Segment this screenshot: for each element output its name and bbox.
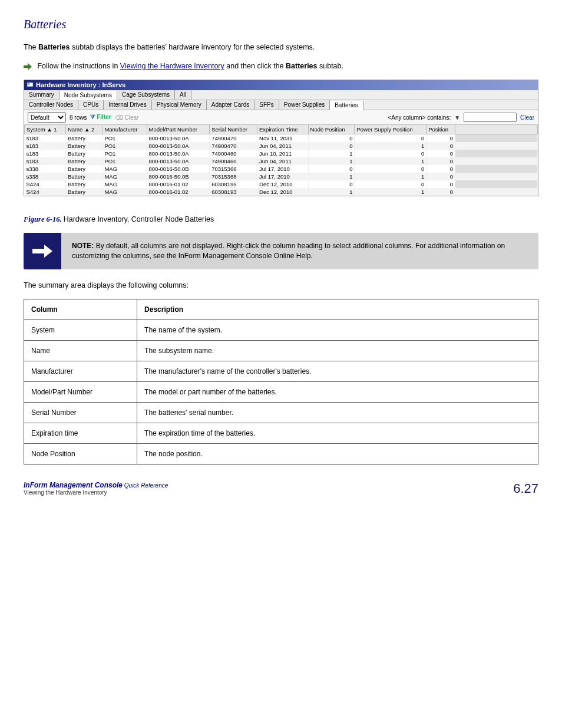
table-cell: 1 [355, 173, 427, 180]
subtab-physical-memory[interactable]: Physical Memory [152, 100, 207, 110]
table-row[interactable]: s183BatteryPO1800-0013-50.0A74900470Jun … [25, 142, 538, 150]
table-cell: S424 [25, 180, 66, 188]
table-cell: Jun 04, 2011 [257, 142, 309, 150]
table-row[interactable]: S424BatteryMAG800-0016-01.0260308195Dec … [25, 180, 538, 188]
subtab-adapter-cards[interactable]: Adapter Cards [207, 100, 254, 110]
table-cell: Battery [65, 134, 102, 143]
table-cell: 0 [427, 165, 455, 173]
figure-caption-text: Hardware Inventory, Controller Node Batt… [64, 215, 214, 223]
table-cell: 0 [308, 142, 355, 150]
grid-header[interactable]: Expiration Time [257, 125, 309, 134]
footer-book-title: InForm Management Console [24, 481, 123, 489]
table-cell: 800-0016-50.0B [147, 173, 210, 180]
intro-paragraph: The Batteries subtab displays the batter… [24, 42, 538, 52]
panel-title-bar: Hardware Inventory : InServs [24, 80, 538, 90]
column-description-row: Expiration timeThe expiration time of th… [24, 423, 538, 444]
table-row[interactable]: s183BatteryPO1800-0013-50.0A74900470Nov … [25, 134, 538, 143]
table-cell: 0 [308, 134, 355, 143]
column-desc-cell: The node position. [137, 444, 538, 465]
table-cell: 70315366 [210, 165, 257, 173]
table-cell: 1 [308, 157, 355, 165]
note-body: By default, all columns are not displaye… [72, 242, 505, 260]
table-cell: 1 [308, 173, 355, 180]
table-cell: s338 [25, 173, 66, 180]
table-cell: PO1 [103, 157, 147, 165]
grid-header[interactable]: Position [427, 125, 455, 134]
grid-header[interactable]: Name ▲ 2 [65, 125, 102, 134]
grid-header[interactable] [455, 125, 538, 134]
bullet-text-b: and then click the [224, 62, 286, 70]
table-row[interactable]: s338BatteryMAG800-0016-50.0B70315366Jul … [25, 165, 538, 173]
table-cell: MAG [103, 165, 147, 173]
filter-input[interactable] [464, 113, 517, 122]
table-row[interactable]: s338BatteryMAG800-0016-50.0B70315368Jul … [25, 173, 538, 180]
note-label: NOTE: [72, 242, 94, 250]
sub-tab-row: Controller NodesCPUsInternal DrivesPhysi… [24, 100, 538, 110]
subtab-sfps[interactable]: SFPs [254, 100, 279, 110]
link-viewing-hardware-inventory[interactable]: Viewing the Hardware Inventory [120, 62, 224, 70]
table-cell: Jun 10, 2011 [257, 150, 309, 157]
subtab-cpus[interactable]: CPUs [78, 100, 104, 110]
panel-title-label: Hardware Inventory : InServs [36, 81, 125, 88]
grid-header[interactable]: Manufacturer [103, 125, 147, 134]
column-name-cell: Name [24, 341, 137, 361]
grid-header[interactable]: Node Position [308, 125, 355, 134]
subtab-batteries[interactable]: Batteries [330, 101, 363, 110]
tab-all[interactable]: All [175, 90, 191, 100]
table-cell: PO1 [103, 142, 147, 150]
table-cell: 800-0013-50.0A [147, 157, 210, 165]
table-cell: 1 [355, 157, 427, 165]
clear-link[interactable]: Clear [520, 114, 534, 121]
table-cell [455, 150, 538, 157]
grid-header[interactable]: Model/Part Number [147, 125, 210, 134]
table-row[interactable]: s183BatteryPO1800-0013-50.0A74900460Jun … [25, 157, 538, 165]
rows-count-label: 8 rows [70, 114, 87, 121]
filter-button[interactable]: ⧩ Filter [90, 114, 111, 121]
subtab-controller-nodes[interactable]: Controller Nodes [24, 100, 78, 110]
batteries-table: System ▲ 1Name ▲ 2ManufacturerModel/Part… [24, 124, 538, 196]
intro-text-b: subtab displays the batteries' hardware … [70, 43, 315, 51]
table-cell: 0 [308, 180, 355, 188]
subtab-internal-drives[interactable]: Internal Drives [104, 100, 151, 110]
table-row[interactable]: S424BatteryMAG800-0016-01.0260308193Dec … [25, 188, 538, 196]
table-cell: Jun 04, 2011 [257, 157, 309, 165]
table-cell: Battery [65, 150, 102, 157]
column-name-cell: Node Position [24, 444, 137, 465]
table-cell: Nov 11, 2031 [257, 134, 309, 143]
contains-label: <Any column> contains: [388, 114, 451, 121]
colhdr-column: Column [24, 299, 137, 320]
dropdown-icon[interactable]: ▼ [454, 114, 460, 121]
table-cell: MAG [103, 180, 147, 188]
table-cell: 800-0013-50.0A [147, 150, 210, 157]
table-cell [455, 134, 538, 143]
bullet-bold: Batteries [286, 62, 318, 70]
subtab-power-supplies[interactable]: Power Supplies [279, 100, 330, 110]
intro-text-a: The [24, 43, 38, 51]
summary-intro: The summary area displays the following … [24, 280, 538, 291]
tab-summary[interactable]: Summary [24, 90, 59, 100]
grid-header[interactable]: System ▲ 1 [25, 125, 66, 134]
table-cell: Battery [65, 180, 102, 188]
table-cell: PO1 [103, 134, 147, 143]
tab-cage-subsystems[interactable]: Cage Subsystems [117, 90, 175, 100]
table-cell: 70315368 [210, 173, 257, 180]
table-row[interactable]: s183BatteryPO1800-0013-50.0A74900460Jun … [25, 150, 538, 157]
bullet-text-c: subtab. [318, 62, 343, 70]
table-cell: s183 [25, 150, 66, 157]
table-cell: 0 [355, 134, 427, 143]
hardware-inventory-panel: Hardware Inventory : InServs SummaryNode… [24, 80, 538, 196]
table-cell: Battery [65, 142, 102, 150]
colhdr-description: Description [137, 299, 538, 320]
table-cell: s338 [25, 165, 66, 173]
column-set-select[interactable]: Default [28, 112, 66, 123]
panel-title-icon [27, 81, 34, 88]
table-cell: 1 [355, 188, 427, 196]
tab-node-subsystems[interactable]: Node Subsystems [59, 91, 117, 100]
table-cell: PO1 [103, 150, 147, 157]
page-number: 6.27 [513, 481, 538, 496]
grid-header[interactable]: Power Supply Position [355, 125, 427, 134]
grid-header[interactable]: Serial Number [210, 125, 257, 134]
table-cell: 0 [427, 188, 455, 196]
clear-filter-button[interactable]: ⌫ Clear [115, 114, 139, 121]
footer-left: InForm Management Console Quick Referenc… [24, 481, 168, 496]
